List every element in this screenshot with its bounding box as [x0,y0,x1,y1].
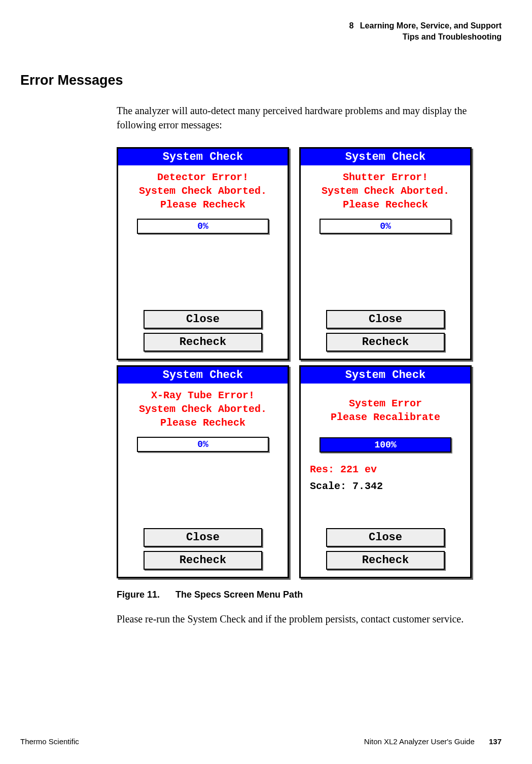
closing-paragraph: Please re-run the System Check and if th… [117,613,502,625]
footer-guide-name: Niton XL2 Analyzer User's Guide [364,737,475,746]
error-panel-detector: System Check Detector Error! System Chec… [117,147,289,360]
figure-wrap: System Check Detector Error! System Chec… [117,147,502,578]
chapter-subheading: Tips and Troubleshooting [20,31,502,43]
recheck-button[interactable]: Recheck [144,551,262,570]
error-message: Shutter Error! System Check Aborted. Ple… [306,170,465,212]
page-header: 8 Learning More, Service, and Support Ti… [20,20,502,42]
chapter-title: Learning More, Service, and Support [360,21,502,30]
res-value: Res: 221 ev [306,464,465,475]
chapter-number: 8 [349,21,353,30]
close-button[interactable]: Close [144,528,262,547]
progress-bar: 0% [320,219,451,234]
error-panels-grid: System Check Detector Error! System Chec… [117,147,502,578]
progress-bar: 0% [137,219,269,234]
progress-bar: 100% [320,437,451,453]
figure-caption-text: The Specs Screen Menu Path [175,589,303,600]
error-panel-shutter: System Check Shutter Error! System Check… [299,147,472,360]
error-message: Detector Error! System Check Aborted. Pl… [123,170,282,212]
progress-percent: 100% [321,438,450,452]
scale-value: Scale: 7.342 [306,480,465,492]
footer-left: Thermo Scientific [20,737,79,746]
recheck-button[interactable]: Recheck [326,551,445,570]
panel-title: System Check [118,367,288,384]
recheck-button[interactable]: Recheck [326,333,445,352]
error-message: System Error Please Recalibrate [306,397,465,424]
page-footer: Thermo Scientific Niton XL2 Analyzer Use… [20,737,502,746]
intro-paragraph: The analyzer will auto-detect many perce… [117,103,502,132]
progress-percent: 0% [138,220,268,233]
panel-title: System Check [301,149,470,165]
progress-percent: 0% [138,438,268,451]
panel-title: System Check [301,367,470,384]
close-button[interactable]: Close [326,528,445,547]
progress-percent: 0% [321,220,450,233]
panel-title: System Check [118,149,288,165]
figure-label: Figure 11. [117,589,160,600]
close-button[interactable]: Close [326,310,445,329]
recheck-button[interactable]: Recheck [144,333,262,352]
close-button[interactable]: Close [144,310,262,329]
progress-bar: 0% [137,437,269,452]
footer-page-number: 137 [489,737,502,746]
section-title: Error Messages [20,73,502,88]
figure-caption: Figure 11. The Specs Screen Menu Path [117,589,502,600]
error-message: X-Ray Tube Error! System Check Aborted. … [123,389,282,430]
error-panel-xray: System Check X-Ray Tube Error! System Ch… [117,365,289,578]
error-panel-system: System Check System Error Please Recalib… [299,365,472,578]
